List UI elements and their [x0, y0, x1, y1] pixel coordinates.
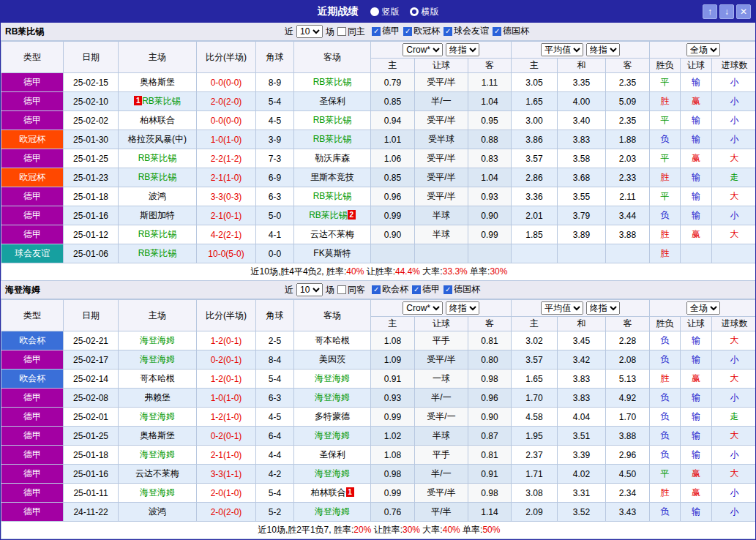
team-name: 海登海姆	[1, 284, 40, 296]
home-team-cell: 奥格斯堡	[119, 73, 197, 92]
handicap-result-cell	[681, 244, 712, 263]
section-header: 海登海姆 近 10 场 同客 欧会杯德甲德国杯	[1, 281, 755, 299]
scroll-down-button[interactable]: ↓	[719, 4, 734, 19]
home-team-name: 格拉茨风暴(中)	[128, 134, 187, 144]
match-count-select[interactable]: 10	[296, 25, 323, 38]
away-team-cell: 多特蒙德	[294, 408, 371, 427]
euro-source-select[interactable]: 平均值	[541, 301, 583, 315]
home-team-name: 波鸿	[149, 191, 166, 201]
league-filter-checkbox[interactable]: 球会友谊	[444, 25, 489, 37]
filter-controls: 近 10 场 同客 欧会杯德甲德国杯	[285, 283, 484, 296]
checkbox-icon	[444, 27, 452, 36]
asian-mode-select[interactable]: 终指	[446, 301, 479, 315]
same-venue-checkbox[interactable]: 同客	[337, 284, 365, 296]
league-type-cell: 德甲	[1, 225, 64, 244]
home-team-cell: 哥本哈根	[119, 370, 197, 389]
same-venue-checkbox[interactable]: 同主	[337, 26, 365, 38]
layout-radio-horizontal[interactable]: 横版	[410, 6, 439, 18]
league-filter-checkbox[interactable]: 德国杯	[493, 25, 529, 37]
euro-home-odds-cell: 3.00	[512, 111, 558, 130]
euro-draw-odds-cell: 3.83	[558, 370, 606, 389]
league-filter-label: 球会友谊	[454, 25, 489, 37]
goals-result-cell: 小	[712, 73, 756, 92]
euro-mode-select[interactable]: 终指	[586, 43, 620, 56]
goals-result-cell: 小	[712, 206, 756, 225]
league-filter-checkbox[interactable]: 德甲	[372, 25, 400, 37]
match-date-cell: 25-02-02	[64, 111, 119, 130]
scope-header: 全场	[650, 300, 756, 317]
match-row: 德甲25-02-15奥格斯堡0-0(0-0)8-9RB莱比锡0.79受平/半1.…	[1, 73, 756, 92]
corner-cell: 5-4	[256, 370, 294, 389]
home-team-cell: 海登海姆	[119, 446, 197, 465]
euro-draw-odds-cell: 3.39	[558, 446, 606, 465]
euro-away-odds-cell: 1.70	[606, 408, 650, 427]
league-filter-label: 德甲	[382, 25, 400, 37]
corner-cell: 4-2	[256, 465, 294, 484]
title-bar: 近期战绩 竖版 横版 ↑ ↓ ✕	[1, 1, 755, 23]
match-count-select[interactable]: 10	[296, 283, 323, 296]
goals-result-cell: 小	[712, 111, 756, 130]
match-date-cell: 25-01-25	[64, 427, 119, 446]
rank-badge: 1	[134, 96, 142, 105]
home-team-name: 海登海姆	[140, 411, 175, 421]
asian-away-odds-cell: 0.98	[468, 484, 512, 503]
euro-away-odds-cell: 2.03	[606, 149, 650, 168]
league-filter-checkbox[interactable]: 欧会杯	[372, 283, 408, 296]
col-corner: 角球	[256, 300, 294, 331]
layout-radio-vertical[interactable]: 竖版	[370, 6, 400, 18]
result-cell: 负	[650, 503, 681, 522]
home-team-cell: 海登海姆	[119, 331, 197, 350]
goals-result-cell: 小	[712, 92, 756, 111]
home-team-cell: 1RB莱比锡	[119, 92, 197, 111]
asian-line-cell: 平/半	[415, 503, 468, 522]
summary-text: 近10场,胜2平1负7, 胜率:	[258, 525, 354, 535]
handicap-result-cell: 输	[681, 206, 712, 225]
handicap-result-cell: 输	[681, 408, 712, 427]
asian-home-odds-cell: 0.93	[371, 389, 415, 408]
euro-draw-odds-cell: 3.55	[558, 187, 606, 206]
euro-home-odds-cell: 3.57	[512, 350, 558, 370]
scope-select[interactable]: 全场	[686, 43, 720, 56]
summary-text: 近10场,胜4平4负2, 胜率:	[251, 266, 347, 277]
radio-label: 竖版	[382, 6, 400, 18]
col-euro-draw: 和	[558, 317, 606, 331]
col-score: 比分(半场)	[197, 42, 256, 73]
corner-cell: 7-3	[256, 149, 294, 168]
scope-header: 全场	[650, 42, 756, 59]
league-type-cell: 德甲	[1, 206, 64, 225]
handicap-result-cell: 输	[681, 111, 712, 130]
checkbox-icon	[412, 285, 421, 294]
euro-mode-select[interactable]: 终指	[586, 301, 620, 315]
corner-cell: 5-4	[256, 92, 294, 111]
close-button[interactable]: ✕	[736, 4, 751, 19]
score-cell: 2-2(1-2)	[197, 149, 256, 168]
scope-select[interactable]: 全场	[686, 301, 720, 315]
asian-mode-select[interactable]: 终指	[446, 43, 479, 56]
asian-source-select[interactable]: Crow*	[403, 43, 443, 56]
asian-home-odds-cell: 0.98	[371, 465, 415, 484]
euro-away-odds-cell: 4.50	[606, 465, 650, 484]
euro-source-select[interactable]: 平均值	[541, 43, 583, 56]
scroll-up-button[interactable]: ↑	[703, 4, 717, 19]
summary-text: 单率:	[460, 525, 483, 535]
corner-cell: 5-4	[256, 484, 294, 503]
checkbox-icon	[337, 27, 346, 36]
asian-line-cell: 受平/半	[415, 111, 468, 130]
asian-line-cell: 半/一	[415, 389, 468, 408]
euro-draw-odds-cell: 3.35	[558, 73, 606, 92]
result-cell: 负	[650, 350, 681, 370]
league-filter-checkbox[interactable]: 德国杯	[444, 283, 480, 296]
result-cell: 平	[650, 187, 681, 206]
euro-away-odds-cell: 2.08	[606, 350, 650, 370]
near-label: 近	[285, 26, 293, 38]
score-cell: 3-3(0-3)	[197, 187, 256, 206]
home-team-cell: 海登海姆	[119, 408, 197, 427]
asian-source-select[interactable]: Crow*	[403, 301, 443, 315]
score-cell: 2-1(1-0)	[197, 446, 256, 465]
league-filter-checkbox[interactable]: 德甲	[412, 283, 440, 296]
home-team-cell: 海登海姆	[119, 484, 197, 503]
league-type-cell: 欧会杯	[1, 370, 64, 389]
asian-home-odds-cell: 0.99	[371, 408, 415, 427]
league-filter-checkbox[interactable]: 欧冠杯	[403, 25, 440, 37]
home-team-cell: RB莱比锡	[119, 244, 197, 263]
